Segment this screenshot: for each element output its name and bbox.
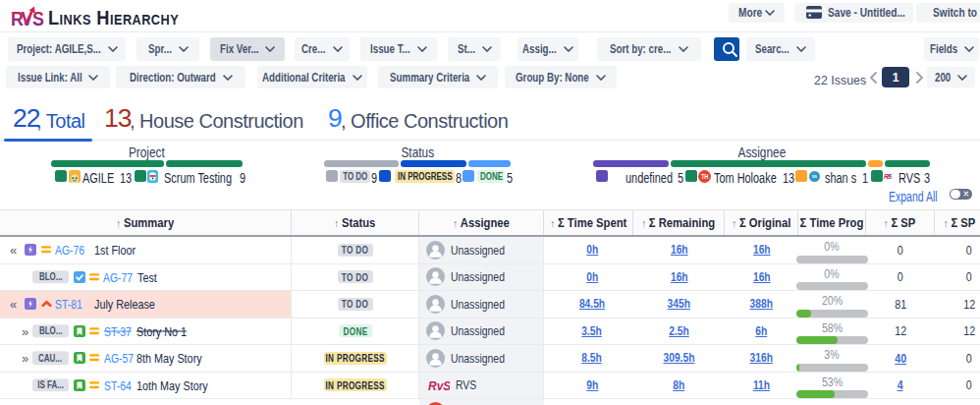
svg-text:RvS: RvS	[428, 378, 450, 392]
